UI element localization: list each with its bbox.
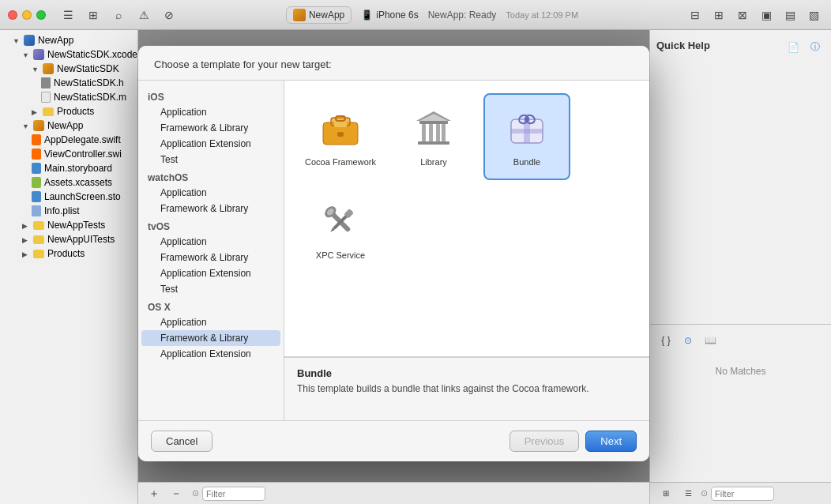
sidebar-item-newapp-target[interactable]: NewApp [0, 118, 137, 133]
template-label-library: Library [420, 157, 447, 167]
assets-icon [32, 177, 41, 188]
dialog-sidebar-item-osx-framework[interactable]: Framework & Library [141, 330, 280, 346]
app-scheme-badge[interactable]: NewApp [286, 6, 352, 24]
close-button[interactable] [8, 10, 17, 20]
add-item-button[interactable]: ＋ [145, 484, 164, 503]
dialog-sidebar-item-osx-application[interactable]: Application [141, 314, 280, 330]
uitests-folder-icon [33, 235, 44, 244]
dialog-sidebar-item-tvos-framework[interactable]: Framework & Library [141, 250, 280, 265]
dialog-sidebar-item-watchos-framework[interactable]: Framework & Library [141, 201, 280, 216]
disclosure-products-sdk[interactable] [32, 108, 38, 115]
disclosure-newstaticsdk-target[interactable] [32, 66, 38, 72]
xpc-service-icon [320, 201, 361, 243]
dialog-sidebar[interactable]: iOS Application Framework & Library Appl… [138, 81, 284, 420]
next-button[interactable]: Next [585, 431, 637, 452]
previous-button[interactable]: Previous [510, 431, 580, 452]
dialog-sidebar-item-ios-extension[interactable]: Application Extension [141, 136, 280, 152]
add-button[interactable]: ⊞ [84, 6, 103, 24]
disclosure-newapp-target[interactable] [22, 122, 28, 129]
template-item-library[interactable]: Library [390, 93, 477, 180]
sidebar-item-newstaticsdk-target[interactable]: NewStaticSDK [0, 62, 137, 76]
template-grid[interactable]: Cocoa Framework [284, 81, 649, 357]
library-icon-wrapper [412, 107, 456, 151]
sidebar-label-products: Products [47, 248, 85, 259]
sidebar-label-newapptests: NewAppTests [47, 220, 105, 231]
filter-input[interactable] [202, 487, 265, 501]
dialog-sidebar-item-ios-test[interactable]: Test [141, 152, 280, 167]
sidebar-label-newappuitests: NewAppUITests [47, 234, 115, 245]
warning-button[interactable]: ⚠ [134, 6, 153, 24]
book-icon-button[interactable]: 📖 [701, 331, 720, 350]
timestamp-label: Today at 12:09 PM [506, 10, 578, 20]
products2-folder-icon [33, 250, 44, 258]
disclosure-uitests[interactable] [22, 236, 28, 243]
header-file-icon [41, 77, 51, 88]
sidebar-label-newstaticsdk-xcode: NewStaticSDK.xcode [47, 49, 137, 60]
debug-area-button[interactable]: ▤ [780, 6, 799, 24]
assistant-editor-button[interactable]: ⊞ [709, 6, 728, 24]
device-badge[interactable]: 📱 iPhone 6s [361, 9, 418, 21]
sidebar-item-assets[interactable]: Assets.xcassets [0, 175, 137, 190]
disclosure-tests[interactable] [22, 222, 28, 228]
sidebar-item-newapptests[interactable]: NewAppTests [0, 218, 137, 232]
dialog-overlay: Choose a template for your new target: i… [138, 30, 649, 504]
search-button[interactable]: ⌕ [109, 6, 128, 24]
dialog-sidebar-item-tvos-test[interactable]: Test [141, 281, 280, 297]
sidebar-item-products-sdk[interactable]: Products [0, 104, 137, 118]
quick-help-panel: Quick Help 📄 ⓘ [650, 30, 831, 324]
maximize-button[interactable] [36, 10, 46, 20]
disclosure-newstaticsdk[interactable] [22, 51, 28, 58]
navigator-area-button[interactable]: ▣ [757, 6, 776, 24]
right-panel: Quick Help 📄 ⓘ { } ⊙ 📖 No Matches ⊞ ☰ ⊙ [649, 30, 831, 504]
sidebar-label-m-file: NewStaticSDK.m [54, 92, 126, 103]
sidebar-toggle-button[interactable]: ☰ [58, 6, 77, 24]
bundle-icon [506, 108, 547, 149]
dialog-sidebar-item-osx-extension[interactable]: Application Extension [141, 346, 280, 362]
sidebar-item-newappuitests[interactable]: NewAppUITests [0, 232, 137, 246]
dialog-sidebar-item-tvos-extension[interactable]: Application Extension [141, 265, 280, 281]
doc-icon-button[interactable]: 📄 [784, 38, 803, 57]
file-navigator[interactable]: NewApp NewStaticSDK.xcode NewStaticSDK N… [0, 30, 138, 504]
stop-button[interactable]: ⊘ [160, 6, 179, 24]
right-filter-input[interactable] [711, 487, 774, 501]
sidebar-item-main-storyboard[interactable]: Main.storyboard [0, 161, 137, 175]
dialog-sidebar-item-tvos-application[interactable]: Application [141, 234, 280, 250]
version-editor-button[interactable]: ⊠ [733, 6, 752, 24]
sidebar-item-launchscreen[interactable]: LaunchScreen.sto [0, 190, 137, 204]
circle-icon-button[interactable]: ⊙ [679, 331, 698, 350]
template-item-xpc-service[interactable]: XPC Service [297, 186, 384, 273]
sidebar-item-appdelegate[interactable]: AppDelegate.swift [0, 133, 137, 147]
dialog-content: Cocoa Framework [284, 81, 649, 420]
disclosure-products[interactable] [22, 250, 28, 257]
dialog-sidebar-item-ios-framework[interactable]: Framework & Library [141, 120, 280, 136]
sidebar-label-launchscreen: LaunchScreen.sto [44, 191, 121, 202]
remove-item-button[interactable]: － [167, 484, 186, 503]
template-label-cocoa-framework: Cocoa Framework [305, 157, 376, 167]
code-icon-button[interactable]: { } [656, 331, 675, 350]
list-view-button[interactable]: ☰ [679, 484, 698, 503]
sidebar-label-assets: Assets.xcassets [44, 177, 112, 188]
sidebar-item-header-file[interactable]: NewStaticSDK.h [0, 76, 137, 90]
sidebar-label-viewcontroller: ViewController.swi [44, 149, 122, 160]
template-item-cocoa-framework[interactable]: Cocoa Framework [297, 93, 384, 180]
sidebar-label-infoplist: Info.plist [44, 205, 80, 216]
app-name-label: NewApp [309, 9, 344, 21]
sidebar-item-newapp-root[interactable]: NewApp [0, 33, 137, 47]
info-icon-button[interactable]: ⓘ [806, 38, 825, 57]
sidebar-item-products[interactable]: Products [0, 246, 137, 261]
utilities-area-button[interactable]: ▧ [804, 6, 823, 24]
inspector-toggle-button[interactable]: ⊟ [686, 6, 705, 24]
cancel-button[interactable]: Cancel [151, 431, 212, 452]
dialog-sidebar-item-watchos-application[interactable]: Application [141, 185, 280, 201]
dialog-sidebar-item-ios-application[interactable]: Application [141, 104, 280, 120]
svg-rect-5 [418, 141, 449, 145]
sidebar-item-viewcontroller[interactable]: ViewController.swi [0, 147, 137, 161]
template-item-bundle[interactable]: Bundle [483, 93, 570, 180]
sidebar-item-m-file[interactable]: NewStaticSDK.m [0, 90, 137, 104]
sidebar-item-newstaticsdk-xcode[interactable]: NewStaticSDK.xcode [0, 47, 137, 62]
grid-view-button[interactable]: ⊞ [656, 484, 675, 503]
minimize-button[interactable] [22, 10, 32, 20]
sidebar-item-infoplist[interactable]: Info.plist [0, 204, 137, 218]
selected-template-name: Bundle [297, 367, 637, 379]
disclosure-newapp[interactable] [13, 37, 19, 43]
